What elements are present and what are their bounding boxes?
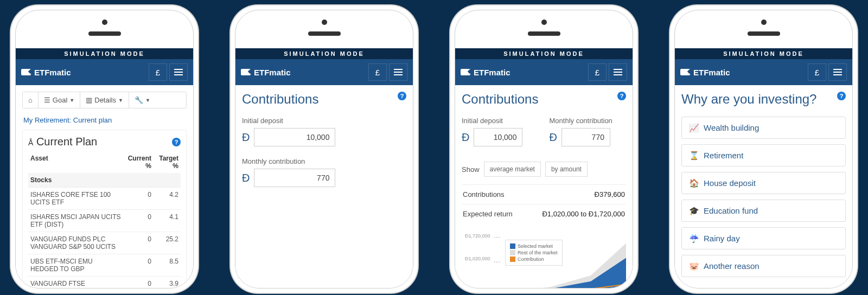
y-label-high: Ð1,720,000 xyxy=(465,233,490,239)
currency-button[interactable]: £ xyxy=(808,63,826,81)
asset-table: Asset Current% Target% Stocks ISHARES CO… xyxy=(28,151,181,288)
phone-frame-1: SIMULATION MODE ETFmatic £ ⌂ ☰Goal▼ ▥Det… xyxy=(11,5,198,293)
help-icon[interactable]: ? xyxy=(837,92,846,100)
monthly-contribution-input[interactable] xyxy=(561,128,610,146)
table-row[interactable]: ISHARES MSCI JAPAN UCITS ETF (DIST)04.1 xyxy=(28,209,181,232)
phone-camera xyxy=(761,20,767,25)
menu-button[interactable] xyxy=(389,63,407,81)
chart-icon: ▥ xyxy=(86,96,92,104)
option-another-reason[interactable]: 🐷Another reason xyxy=(681,255,846,277)
initial-deposit-label: Initial deposit xyxy=(462,117,539,125)
currency-icon: Ð xyxy=(242,131,250,144)
current-plan-panel: Å Current Plan ? Asset Current% Target% … xyxy=(22,130,187,288)
brand-text: ETFmatic xyxy=(474,68,510,77)
caret-icon: ▼ xyxy=(69,98,74,103)
th-asset: Asset xyxy=(30,155,124,170)
currency-button[interactable]: £ xyxy=(149,63,167,81)
umbrella-icon: ☔ xyxy=(690,234,698,243)
goal-dropdown[interactable]: ☰Goal▼ xyxy=(39,92,80,108)
phone-speaker xyxy=(528,31,560,36)
monthly-contribution-input[interactable] xyxy=(254,169,335,187)
help-icon[interactable]: ? xyxy=(398,92,406,100)
hamburger-icon xyxy=(833,67,842,77)
segment-by-amount[interactable]: by amount xyxy=(545,162,588,177)
table-header: Asset Current% Target% xyxy=(28,151,181,173)
table-row[interactable]: VANGUARD FUNDS PLC VANGUARD S&P 500 UCIT… xyxy=(28,232,181,254)
phone-frame-2: SIMULATION MODE ETFmatic £ Contributions… xyxy=(231,5,418,293)
initial-deposit-input[interactable] xyxy=(254,128,335,146)
simulation-banner: SIMULATION MODE xyxy=(16,48,193,59)
help-icon[interactable]: ? xyxy=(617,92,626,100)
stat-contributions: ContributionsÐ379,600 xyxy=(462,184,626,204)
monthly-contribution-label: Monthly contribution xyxy=(550,117,627,125)
page-title: Contributions xyxy=(462,92,538,107)
brand-text: ETFmatic xyxy=(693,68,730,77)
initial-deposit-input[interactable] xyxy=(474,128,522,146)
simulation-banner: SIMULATION MODE xyxy=(455,48,633,59)
brand-icon xyxy=(241,69,251,75)
hamburger-icon xyxy=(394,67,403,77)
chart-legend: Selected market Rest of the market Contr… xyxy=(505,240,563,266)
table-row[interactable]: UBS ETF-MSCI EMU HEDGED TO GBP08.5 xyxy=(28,254,181,276)
piggy-bank-icon: 🐷 xyxy=(690,262,698,271)
currency-icon: Ð xyxy=(242,172,250,184)
app-header: ETFmatic £ xyxy=(235,59,413,85)
phone-camera xyxy=(541,20,547,25)
home-icon: ⌂ xyxy=(28,96,33,104)
brand-icon xyxy=(680,69,690,75)
toolbar: ⌂ ☰Goal▼ ▥Details▼ 🔧▼ xyxy=(22,92,187,108)
option-house-deposit[interactable]: 🏠House deposit xyxy=(681,172,846,194)
currency-button[interactable]: £ xyxy=(588,63,607,81)
phone-frame-3: SIMULATION MODE ETFmatic £ Contributions… xyxy=(450,5,637,293)
brand[interactable]: ETFmatic xyxy=(241,68,291,77)
details-label: Details xyxy=(94,96,116,104)
caret-icon: ▼ xyxy=(118,98,123,103)
phone-speaker xyxy=(88,31,121,36)
settings-dropdown[interactable]: 🔧▼ xyxy=(129,92,156,108)
brand-icon xyxy=(21,69,31,75)
option-wealth-building[interactable]: 📈Wealth building xyxy=(681,117,846,139)
initial-deposit-label: Initial deposit xyxy=(242,117,406,125)
goal-icon: ☰ xyxy=(44,96,50,104)
app-header: ETFmatic £ xyxy=(675,59,852,85)
simulation-banner: SIMULATION MODE xyxy=(235,48,413,59)
plan-link[interactable]: My Retirement: Current plan xyxy=(22,108,187,129)
option-retirement[interactable]: ⌛Retirement xyxy=(681,144,846,166)
house-icon: 🏠 xyxy=(690,179,698,188)
phone-speaker xyxy=(748,31,780,36)
segment-average-market[interactable]: average market xyxy=(484,162,541,177)
phone-camera xyxy=(102,20,107,25)
menu-button[interactable] xyxy=(169,63,188,81)
brand[interactable]: ETFmatic xyxy=(680,68,730,77)
section-stocks: Stocks xyxy=(28,173,181,187)
caret-icon: ▼ xyxy=(145,98,150,103)
y-label-low: Ð1,020,000 xyxy=(465,256,490,261)
stat-expected-return: Expected returnÐ1,020,000 to Ð1,720,000 xyxy=(462,204,626,223)
show-label: Show xyxy=(462,165,480,174)
page-title: Why are you investing? xyxy=(681,92,816,107)
option-education-fund[interactable]: 🎓Education fund xyxy=(681,200,846,222)
hamburger-icon xyxy=(614,67,622,77)
show-filter: Show average market by amount xyxy=(462,162,626,177)
menu-button[interactable] xyxy=(609,63,627,81)
brand[interactable]: ETFmatic xyxy=(461,68,510,77)
phone-speaker xyxy=(308,31,341,36)
menu-button[interactable] xyxy=(828,63,847,81)
currency-icon: Ð xyxy=(550,131,557,144)
brand-text: ETFmatic xyxy=(34,68,71,77)
table-row[interactable]: VANGUARD FTSE EMERGING MARKETS UCITS ETF… xyxy=(28,276,181,288)
currency-icon: Ð xyxy=(462,131,469,144)
home-button[interactable]: ⌂ xyxy=(23,92,39,108)
page-title: Contributions xyxy=(242,92,318,107)
hourglass-icon: ⌛ xyxy=(690,151,698,160)
phone-frame-4: SIMULATION MODE ETFmatic £ Why are you i… xyxy=(670,5,857,293)
chart-up-icon: 📈 xyxy=(690,124,698,132)
help-icon[interactable]: ? xyxy=(172,138,181,146)
panel-title: Å Current Plan xyxy=(28,136,97,148)
brand[interactable]: ETFmatic xyxy=(21,68,71,77)
option-rainy-day[interactable]: ☔Rainy day xyxy=(681,227,846,249)
currency-button[interactable]: £ xyxy=(368,63,387,81)
details-dropdown[interactable]: ▥Details▼ xyxy=(80,92,129,108)
hamburger-icon xyxy=(174,67,183,77)
table-row[interactable]: ISHARES CORE FTSE 100 UCITS ETF04.2 xyxy=(28,187,181,209)
